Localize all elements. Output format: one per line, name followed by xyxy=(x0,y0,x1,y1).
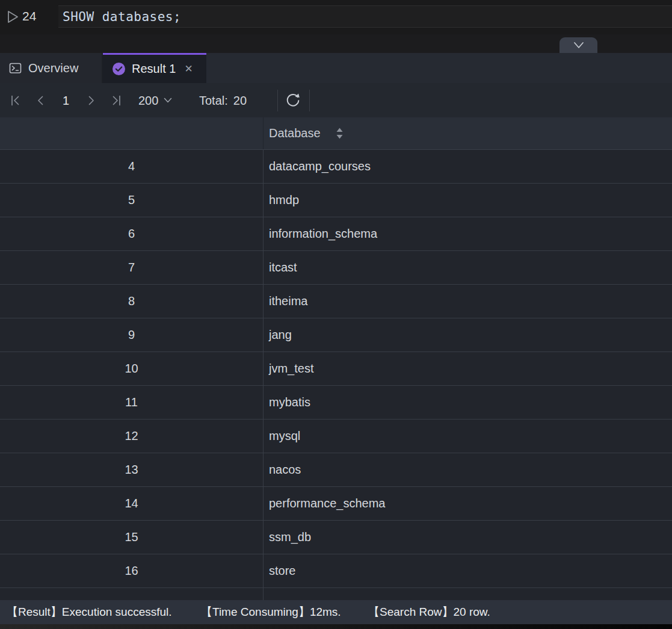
refresh-icon[interactable] xyxy=(284,91,302,110)
row-database[interactable]: nacos xyxy=(264,453,672,486)
table-row[interactable]: 7 itcast xyxy=(0,251,672,285)
row-index: 15 xyxy=(0,521,264,554)
sql-statement[interactable]: SHOW databases; xyxy=(63,10,181,24)
collapse-panel-button[interactable] xyxy=(559,37,597,53)
database-column-label: Database xyxy=(269,126,321,140)
row-index: 8 xyxy=(0,285,264,318)
row-index: 17 xyxy=(0,588,264,600)
result-grid: Database 4 datacamp_courses 5 hmdp 6 inf… xyxy=(0,117,672,600)
table-row[interactable]: 16 store xyxy=(0,554,672,588)
row-database[interactable]: jang xyxy=(264,318,672,352)
current-page-number[interactable]: 1 xyxy=(63,93,69,107)
row-database[interactable]: performance_schema xyxy=(264,487,672,520)
total-count: Total: 20 xyxy=(199,93,247,107)
sort-arrows-icon[interactable] xyxy=(336,128,344,139)
row-database[interactable]: jvm_test xyxy=(264,352,672,385)
editor-line-number: 24 xyxy=(22,9,36,23)
first-page-icon[interactable] xyxy=(8,93,23,108)
row-index: 4 xyxy=(0,150,264,183)
row-index: 13 xyxy=(0,453,264,486)
terminal-icon xyxy=(9,62,22,75)
row-database[interactable]: store xyxy=(264,554,672,587)
toolbar-divider xyxy=(309,90,310,111)
table-row[interactable]: 5 hmdp xyxy=(0,184,672,217)
row-database[interactable]: datacamp_courses xyxy=(264,150,672,183)
row-index: 7 xyxy=(0,251,264,284)
table-row[interactable]: 17 sys xyxy=(0,588,672,600)
row-index: 5 xyxy=(0,184,264,217)
row-database[interactable]: ssm_db xyxy=(264,521,672,554)
tab-result-1[interactable]: Result 1 ✕ xyxy=(103,53,206,83)
table-row[interactable]: 10 jvm_test xyxy=(0,352,672,386)
row-index: 11 xyxy=(0,386,264,419)
row-index: 16 xyxy=(0,554,264,587)
toolbar-divider xyxy=(277,90,278,111)
check-circle-icon xyxy=(112,62,126,76)
table-row[interactable]: 12 mysql xyxy=(0,420,672,453)
pagination-toolbar: 1 200 Total: 20 xyxy=(0,83,672,117)
row-index: 14 xyxy=(0,487,264,520)
window-bottom-edge xyxy=(0,624,672,629)
row-index: 6 xyxy=(0,217,264,250)
status-search-row: 【Search Row】20 row. xyxy=(368,600,490,624)
tab-bar: Overview Result 1 ✕ xyxy=(0,53,672,83)
row-index: 9 xyxy=(0,318,264,352)
editor-bar: 24 SHOW databases; xyxy=(0,0,672,34)
page-size-value: 200 xyxy=(138,93,158,107)
table-row[interactable]: 15 ssm_db xyxy=(0,521,672,554)
table-row[interactable]: 13 nacos xyxy=(0,453,672,487)
row-database[interactable]: sys xyxy=(264,588,672,600)
table-row[interactable]: 9 jang xyxy=(0,318,672,352)
row-database[interactable]: hmdp xyxy=(264,184,672,217)
total-value: 20 xyxy=(233,93,247,107)
grid-header-database-column[interactable]: Database xyxy=(264,117,672,149)
row-database[interactable]: mysql xyxy=(264,420,672,453)
row-database[interactable]: mybatis xyxy=(264,386,672,419)
grid-header: Database xyxy=(0,117,672,150)
grid-header-index-column xyxy=(0,117,264,149)
total-label: Total: xyxy=(199,93,228,107)
chevron-down-icon xyxy=(163,97,173,104)
row-index: 12 xyxy=(0,420,264,453)
next-page-icon[interactable] xyxy=(84,93,98,108)
status-bar: 【Result】Execution successful. 【Time Cons… xyxy=(0,600,672,624)
prev-page-icon[interactable] xyxy=(34,93,48,108)
close-tab-icon[interactable]: ✕ xyxy=(184,64,193,74)
tab-overview-label: Overview xyxy=(28,61,78,75)
row-database[interactable]: itheima xyxy=(264,285,672,318)
last-page-icon[interactable] xyxy=(109,93,123,108)
status-time-consuming: 【Time Consuming】12ms. xyxy=(201,600,341,624)
tab-result-label: Result 1 xyxy=(132,62,176,76)
page-size-select[interactable]: 200 xyxy=(138,93,173,107)
editor-current-line[interactable]: SHOW databases; xyxy=(58,5,672,28)
table-row[interactable]: 11 mybatis xyxy=(0,386,672,420)
chevron-down-icon xyxy=(572,41,585,49)
table-row[interactable]: 8 itheima xyxy=(0,285,672,318)
run-query-icon[interactable] xyxy=(5,9,20,25)
row-index: 10 xyxy=(0,352,264,385)
table-row[interactable]: 6 information_schema xyxy=(0,217,672,251)
table-row[interactable]: 14 performance_schema xyxy=(0,487,672,521)
table-row[interactable]: 4 datacamp_courses xyxy=(0,150,672,184)
panel-strip xyxy=(0,34,672,53)
status-result: 【Result】Execution successful. xyxy=(7,600,172,624)
tab-overview[interactable]: Overview xyxy=(0,53,103,83)
row-database[interactable]: information_schema xyxy=(264,217,672,250)
row-database[interactable]: itcast xyxy=(264,251,672,284)
table-body: 4 datacamp_courses 5 hmdp 6 information_… xyxy=(0,150,672,600)
